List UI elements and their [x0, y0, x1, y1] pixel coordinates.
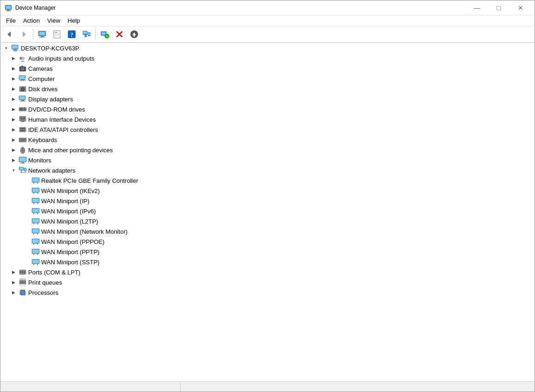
audio-expander[interactable]: ▶ — [10, 55, 17, 62]
svg-rect-7 — [39, 32, 45, 35]
tree-item-ide[interactable]: ▶ IDE ATA/ATAPI controllers — [0, 124, 535, 135]
wan-pppoe-label: WAN Miniport (PPPOE) — [41, 238, 105, 245]
back-button[interactable] — [2, 28, 16, 41]
tree-item-wan-pptp[interactable]: ▶ WAN Miniport (PPTP) — [0, 247, 535, 257]
network-adapter-icon-6 — [31, 237, 40, 246]
svg-rect-56 — [21, 100, 24, 101]
wan-netmon-label: WAN Miniport (Network Monitor) — [41, 228, 128, 235]
svg-rect-71 — [23, 139, 24, 140]
monitors-expander[interactable]: ▶ — [10, 156, 17, 164]
processors-expander[interactable]: ▶ — [10, 289, 17, 296]
disk-icon — [19, 85, 27, 93]
svg-rect-68 — [19, 138, 26, 142]
cameras-label: Cameras — [28, 65, 53, 72]
svg-rect-46 — [19, 76, 25, 79]
tree-item-mice[interactable]: ▶ Mice and other pointing devices — [0, 145, 535, 155]
keyboard-expander[interactable]: ▶ — [10, 136, 17, 143]
svg-rect-47 — [21, 80, 25, 81]
svg-rect-55 — [20, 101, 25, 101]
tree-item-print[interactable]: ▶ Print queues — [0, 277, 535, 287]
wan-sstp-label: WAN Miniport (SSTP) — [41, 259, 100, 266]
svg-rect-100 — [33, 203, 34, 204]
tree-item-computer[interactable]: ▶ Computer — [0, 74, 535, 84]
svg-rect-72 — [24, 139, 25, 140]
svg-rect-111 — [32, 229, 39, 233]
tree-item-wan-l2tp[interactable]: ▶ WAN Miniport (L2TP) — [0, 216, 535, 226]
properties-button[interactable] — [50, 28, 64, 41]
network-expander[interactable]: ▾ — [10, 167, 17, 174]
root-expander[interactable]: ▾ — [2, 44, 10, 52]
close-button[interactable]: ✕ — [510, 1, 531, 15]
svg-rect-52 — [20, 87, 21, 88]
help-button[interactable]: ? — [65, 28, 79, 41]
network-adapter-icon-2 — [31, 197, 40, 205]
svg-rect-130 — [20, 279, 25, 280]
svg-rect-112 — [33, 233, 34, 235]
computer-node-icon — [19, 75, 27, 83]
svg-rect-147 — [24, 295, 25, 296]
tree-item-wan-ikev2[interactable]: ▶ WAN Miniport (IKEv2) — [0, 186, 535, 196]
tree-item-ports[interactable]: ▶ Ports (COM & LPT) — [0, 267, 535, 277]
print-expander[interactable]: ▶ — [10, 279, 17, 286]
mice-label: Mice and other pointing devices — [28, 147, 113, 154]
menu-action[interactable]: Action — [19, 16, 44, 25]
menu-help[interactable]: Help — [64, 16, 84, 25]
tree-item-wan-netmon[interactable]: ▶ WAN Miniport (Network Monitor) — [0, 226, 535, 236]
cameras-expander[interactable]: ▶ — [10, 65, 17, 72]
tree-item-monitors[interactable]: ▶ Monitors — [0, 155, 535, 165]
status-right — [180, 382, 533, 392]
svg-rect-80 — [19, 157, 26, 162]
tree-item-network[interactable]: ▾ Network adapters — [0, 165, 535, 175]
menu-view[interactable]: View — [44, 16, 64, 25]
add-device-button[interactable] — [98, 28, 112, 41]
svg-rect-62 — [23, 118, 25, 119]
svg-rect-132 — [20, 282, 25, 283]
maximize-button[interactable]: □ — [488, 1, 509, 15]
computer-expander[interactable]: ▶ — [10, 75, 17, 82]
network-adapter-icon-3 — [31, 207, 40, 215]
processor-icon — [19, 288, 27, 297]
device-tree[interactable]: ▾ DESKTOP-KCGV63P ▶ — [0, 43, 535, 381]
menu-file[interactable]: File — [2, 16, 19, 25]
minimize-button[interactable]: — — [467, 1, 487, 15]
tree-item-wan-ip[interactable]: ▶ WAN Miniport (IP) — [0, 196, 535, 206]
svg-rect-35 — [12, 50, 18, 50]
device-manager-button[interactable] — [35, 28, 49, 41]
computer-label: Computer — [28, 75, 55, 82]
tree-item-wan-pppoe[interactable]: ▶ WAN Miniport (PPPOE) — [0, 236, 535, 247]
tree-item-disk[interactable]: ▶ Disk drives — [0, 84, 535, 94]
hid-expander[interactable]: ▶ — [10, 116, 17, 123]
svg-rect-116 — [33, 243, 34, 245]
tree-item-dvd[interactable]: ▶ DVD/CD-ROM drives — [0, 104, 535, 114]
svg-rect-69 — [20, 139, 21, 140]
svg-rect-82 — [20, 163, 25, 163]
ide-expander[interactable]: ▶ — [10, 126, 17, 133]
svg-rect-105 — [37, 213, 38, 214]
tree-item-audio[interactable]: ▶ Audio inputs and outputs — [0, 53, 535, 63]
tree-item-processors[interactable]: ▶ — [0, 287, 535, 298]
tree-item-realtek[interactable]: ▶ Realtek PCIe GBE Family Controller — [0, 175, 535, 186]
tree-item-wan-sstp[interactable]: ▶ WAN Miniport (SSTP) — [0, 257, 535, 267]
tree-item-display[interactable]: ▶ Display adapters — [0, 94, 535, 104]
tree-item-wan-ipv6[interactable]: ▶ WAN Miniport (IPv6) — [0, 206, 535, 216]
ports-expander[interactable]: ▶ — [10, 268, 17, 276]
tree-item-keyboard[interactable]: ▶ Keyboards — [0, 135, 535, 145]
forward-button[interactable] — [17, 28, 31, 41]
mice-expander[interactable]: ▶ — [10, 146, 17, 154]
display-expander[interactable]: ▶ — [10, 95, 17, 103]
svg-rect-2 — [7, 10, 10, 11]
disk-expander[interactable]: ▶ — [10, 85, 17, 93]
svg-rect-133 — [20, 284, 25, 286]
menu-bar: File Action View Help — [0, 15, 535, 26]
svg-rect-21 — [85, 35, 87, 37]
svg-rect-99 — [32, 199, 39, 202]
root-item[interactable]: ▾ DESKTOP-KCGV63P — [0, 43, 535, 53]
dvd-expander[interactable]: ▶ — [10, 106, 17, 113]
scan-button[interactable] — [80, 28, 93, 41]
update-driver-button[interactable] — [127, 28, 141, 41]
tree-item-cameras[interactable]: ▶ Cameras — [0, 63, 535, 74]
remove-button[interactable] — [112, 28, 126, 41]
tree-item-hid[interactable]: ▶ Human Interface Devices — [0, 114, 535, 124]
svg-rect-1 — [6, 6, 11, 9]
svg-point-59 — [24, 108, 25, 110]
